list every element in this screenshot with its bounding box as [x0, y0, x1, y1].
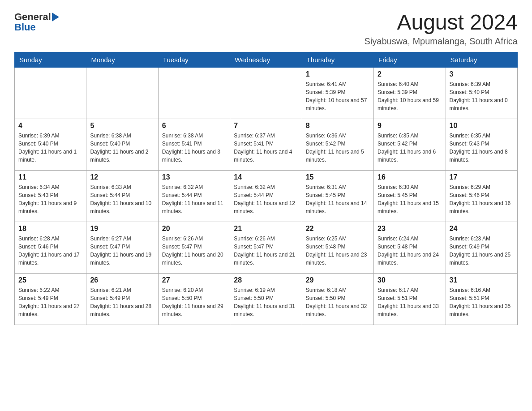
day-info: Sunrise: 6:22 AMSunset: 5:49 PMDaylight:…	[18, 286, 82, 318]
calendar-day-cell: 26Sunrise: 6:21 AMSunset: 5:49 PMDayligh…	[86, 273, 158, 325]
day-number: 10	[450, 122, 514, 130]
day-info: Sunrise: 6:25 AMSunset: 5:48 PMDaylight:…	[306, 235, 370, 267]
day-number: 8	[306, 122, 370, 130]
calendar-day-cell	[86, 67, 158, 119]
day-info: Sunrise: 6:41 AMSunset: 5:39 PMDaylight:…	[306, 80, 370, 112]
day-info: Sunrise: 6:17 AMSunset: 5:51 PMDaylight:…	[378, 286, 442, 318]
svg-marker-0	[52, 13, 59, 21]
calendar-day-cell	[158, 67, 230, 119]
day-number: 26	[90, 276, 154, 284]
calendar-day-cell	[15, 67, 86, 119]
calendar-day-cell: 28Sunrise: 6:19 AMSunset: 5:50 PMDayligh…	[230, 273, 302, 325]
calendar-day-header: Wednesday	[230, 52, 302, 67]
day-info: Sunrise: 6:24 AMSunset: 5:48 PMDaylight:…	[378, 235, 442, 267]
day-info: Sunrise: 6:21 AMSunset: 5:49 PMDaylight:…	[90, 286, 154, 318]
day-number: 31	[450, 276, 514, 284]
calendar-day-header: Monday	[86, 52, 158, 67]
calendar-week-row: 4Sunrise: 6:39 AMSunset: 5:40 PMDaylight…	[15, 119, 518, 170]
calendar-day-cell: 27Sunrise: 6:20 AMSunset: 5:50 PMDayligh…	[158, 273, 230, 325]
day-info: Sunrise: 6:20 AMSunset: 5:50 PMDaylight:…	[162, 286, 226, 318]
day-info: Sunrise: 6:38 AMSunset: 5:40 PMDaylight:…	[90, 132, 154, 164]
day-number: 9	[378, 122, 442, 130]
page-header: General Blue August 2024 Siyabuswa, Mpum…	[14, 11, 518, 47]
calendar-week-row: 18Sunrise: 6:28 AMSunset: 5:46 PMDayligh…	[15, 222, 518, 273]
day-number: 23	[378, 225, 442, 233]
calendar-day-header: Thursday	[302, 52, 373, 67]
day-info: Sunrise: 6:38 AMSunset: 5:41 PMDaylight:…	[162, 132, 226, 164]
calendar-day-cell: 29Sunrise: 6:18 AMSunset: 5:50 PMDayligh…	[302, 273, 373, 325]
day-info: Sunrise: 6:31 AMSunset: 5:45 PMDaylight:…	[306, 183, 370, 215]
calendar-day-cell: 15Sunrise: 6:31 AMSunset: 5:45 PMDayligh…	[302, 170, 373, 222]
day-number: 15	[306, 173, 370, 181]
day-number: 7	[234, 122, 298, 130]
calendar-day-cell: 7Sunrise: 6:37 AMSunset: 5:41 PMDaylight…	[230, 119, 302, 170]
calendar-day-cell: 20Sunrise: 6:26 AMSunset: 5:47 PMDayligh…	[158, 222, 230, 273]
day-number: 3	[450, 70, 514, 78]
day-info: Sunrise: 6:30 AMSunset: 5:45 PMDaylight:…	[378, 183, 442, 215]
calendar-day-cell: 19Sunrise: 6:27 AMSunset: 5:47 PMDayligh…	[86, 222, 158, 273]
calendar-day-cell: 11Sunrise: 6:34 AMSunset: 5:43 PMDayligh…	[15, 170, 86, 222]
day-number: 29	[306, 276, 370, 284]
calendar-day-cell: 14Sunrise: 6:32 AMSunset: 5:44 PMDayligh…	[230, 170, 302, 222]
calendar-header-row: SundayMondayTuesdayWednesdayThursdayFrid…	[15, 52, 518, 67]
calendar-week-row: 1Sunrise: 6:41 AMSunset: 5:39 PMDaylight…	[15, 67, 518, 119]
calendar-day-cell: 8Sunrise: 6:36 AMSunset: 5:42 PMDaylight…	[302, 119, 373, 170]
calendar-day-cell: 1Sunrise: 6:41 AMSunset: 5:39 PMDaylight…	[302, 67, 373, 119]
calendar-day-cell: 4Sunrise: 6:39 AMSunset: 5:40 PMDaylight…	[15, 119, 86, 170]
calendar-day-cell: 12Sunrise: 6:33 AMSunset: 5:44 PMDayligh…	[86, 170, 158, 222]
day-info: Sunrise: 6:26 AMSunset: 5:47 PMDaylight:…	[162, 235, 226, 267]
day-info: Sunrise: 6:26 AMSunset: 5:47 PMDaylight:…	[234, 235, 298, 267]
day-number: 17	[450, 173, 514, 181]
logo: General Blue	[14, 11, 62, 33]
calendar-day-cell: 24Sunrise: 6:23 AMSunset: 5:49 PMDayligh…	[446, 222, 517, 273]
calendar-day-cell: 22Sunrise: 6:25 AMSunset: 5:48 PMDayligh…	[302, 222, 373, 273]
calendar-day-cell: 17Sunrise: 6:29 AMSunset: 5:46 PMDayligh…	[446, 170, 517, 222]
day-number: 27	[162, 276, 226, 284]
calendar-day-cell	[230, 67, 302, 119]
day-info: Sunrise: 6:34 AMSunset: 5:43 PMDaylight:…	[18, 183, 82, 215]
calendar-day-cell: 6Sunrise: 6:38 AMSunset: 5:41 PMDaylight…	[158, 119, 230, 170]
day-info: Sunrise: 6:19 AMSunset: 5:50 PMDaylight:…	[234, 286, 298, 318]
day-info: Sunrise: 6:39 AMSunset: 5:40 PMDaylight:…	[450, 80, 514, 112]
day-number: 16	[378, 173, 442, 181]
day-number: 18	[18, 225, 82, 233]
day-info: Sunrise: 6:18 AMSunset: 5:50 PMDaylight:…	[306, 286, 370, 318]
day-number: 6	[162, 122, 226, 130]
day-info: Sunrise: 6:40 AMSunset: 5:39 PMDaylight:…	[378, 80, 442, 112]
day-info: Sunrise: 6:16 AMSunset: 5:51 PMDaylight:…	[450, 286, 514, 318]
day-number: 13	[162, 173, 226, 181]
calendar-day-cell: 13Sunrise: 6:32 AMSunset: 5:44 PMDayligh…	[158, 170, 230, 222]
calendar-day-cell: 16Sunrise: 6:30 AMSunset: 5:45 PMDayligh…	[374, 170, 446, 222]
calendar-week-row: 11Sunrise: 6:34 AMSunset: 5:43 PMDayligh…	[15, 170, 518, 222]
calendar-day-cell: 31Sunrise: 6:16 AMSunset: 5:51 PMDayligh…	[446, 273, 517, 325]
logo-blue-text: Blue	[14, 21, 36, 33]
day-info: Sunrise: 6:27 AMSunset: 5:47 PMDaylight:…	[90, 235, 154, 267]
calendar-day-cell: 21Sunrise: 6:26 AMSunset: 5:47 PMDayligh…	[230, 222, 302, 273]
calendar-day-cell: 10Sunrise: 6:35 AMSunset: 5:43 PMDayligh…	[446, 119, 517, 170]
day-info: Sunrise: 6:28 AMSunset: 5:46 PMDaylight:…	[18, 235, 82, 267]
calendar-day-cell: 18Sunrise: 6:28 AMSunset: 5:46 PMDayligh…	[15, 222, 86, 273]
calendar-week-row: 25Sunrise: 6:22 AMSunset: 5:49 PMDayligh…	[15, 273, 518, 325]
day-number: 4	[18, 122, 82, 130]
location-text: Siyabuswa, Mpumalanga, South Africa	[365, 36, 518, 47]
day-number: 11	[18, 173, 82, 181]
day-number: 28	[234, 276, 298, 284]
calendar-day-cell: 3Sunrise: 6:39 AMSunset: 5:40 PMDaylight…	[446, 67, 517, 119]
calendar-day-header: Tuesday	[158, 52, 230, 67]
day-number: 1	[306, 70, 370, 78]
calendar-day-cell: 25Sunrise: 6:22 AMSunset: 5:49 PMDayligh…	[15, 273, 86, 325]
day-info: Sunrise: 6:35 AMSunset: 5:43 PMDaylight:…	[450, 132, 514, 164]
logo-arrow-icon	[52, 13, 62, 21]
day-info: Sunrise: 6:32 AMSunset: 5:44 PMDaylight:…	[234, 183, 298, 215]
day-info: Sunrise: 6:23 AMSunset: 5:49 PMDaylight:…	[450, 235, 514, 267]
day-number: 20	[162, 225, 226, 233]
calendar-day-cell: 5Sunrise: 6:38 AMSunset: 5:40 PMDaylight…	[86, 119, 158, 170]
day-info: Sunrise: 6:32 AMSunset: 5:44 PMDaylight:…	[162, 183, 226, 215]
day-number: 14	[234, 173, 298, 181]
day-number: 25	[18, 276, 82, 284]
calendar-day-header: Sunday	[15, 52, 86, 67]
day-info: Sunrise: 6:39 AMSunset: 5:40 PMDaylight:…	[18, 132, 82, 164]
day-info: Sunrise: 6:37 AMSunset: 5:41 PMDaylight:…	[234, 132, 298, 164]
calendar-day-cell: 30Sunrise: 6:17 AMSunset: 5:51 PMDayligh…	[374, 273, 446, 325]
day-number: 22	[306, 225, 370, 233]
